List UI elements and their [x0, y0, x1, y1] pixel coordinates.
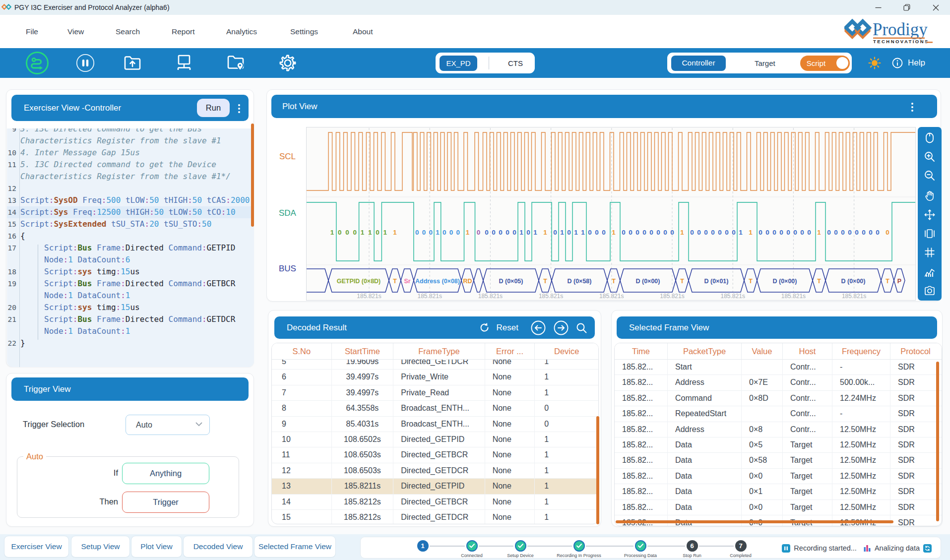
table-cell[interactable]: Start: [668, 360, 742, 374]
folder-upload-icon[interactable]: [124, 56, 141, 70]
table-cell[interactable]: 39.4997s: [332, 385, 394, 400]
search-icon[interactable]: [576, 322, 587, 333]
column-header[interactable]: PacketType: [668, 343, 742, 359]
trigger-selection-dropdown[interactable]: Auto: [126, 415, 210, 435]
table-row[interactable]: 185.82...Data0×5Target12.50MHzSDR: [615, 437, 942, 453]
table-cell[interactable]: None: [485, 510, 535, 524]
table-cell[interactable]: 0×8D: [742, 391, 783, 406]
table-cell[interactable]: 11: [272, 447, 332, 462]
move-icon[interactable]: [924, 209, 935, 220]
role-target-button[interactable]: Target: [755, 59, 775, 67]
table-row[interactable]: 13185.8211sDirected_GETPIDNone1: [272, 479, 598, 494]
bottom-tab-exerciser-view[interactable]: Exerciser View: [4, 536, 69, 558]
table-cell[interactable]: 1: [535, 495, 598, 509]
table-cell[interactable]: Target: [783, 500, 832, 515]
table-cell[interactable]: [742, 360, 783, 374]
column-header[interactable]: Error ...: [485, 343, 535, 359]
table-cell[interactable]: Data: [668, 500, 742, 515]
table-row[interactable]: 15185.8212sDirected_GETDCRNone1: [272, 510, 598, 524]
table-cell[interactable]: SDR: [890, 422, 941, 437]
table-cell[interactable]: 185.82...: [615, 406, 668, 421]
run-button[interactable]: Run: [197, 99, 230, 117]
code-line[interactable]: 13Script:SysOD Freq:500 tLOW:50 tHIGH:50…: [7, 194, 254, 206]
table-cell[interactable]: Directed_GETPID: [393, 479, 485, 494]
code-line[interactable]: Characteristics Register from the slave …: [7, 171, 254, 183]
column-header[interactable]: StartTime: [332, 343, 394, 359]
column-header[interactable]: Frequency: [832, 343, 890, 359]
if-condition-button[interactable]: Anything: [122, 463, 209, 484]
table-cell[interactable]: 0: [535, 401, 598, 416]
table-cell[interactable]: 108.6503s: [332, 447, 394, 462]
code-line[interactable]: 16{: [7, 230, 254, 242]
table-cell[interactable]: 12.24MHz: [832, 391, 890, 406]
exerciser-menu-dots-icon[interactable]: [238, 104, 240, 113]
code-line[interactable]: 93. I3C Directed command to get the Bus: [7, 128, 254, 135]
table-cell[interactable]: Target: [783, 437, 832, 452]
table-cell[interactable]: Broadcast_ENTH...: [393, 417, 485, 432]
table-cell[interactable]: 0×5: [742, 437, 783, 452]
table-cell[interactable]: Command: [668, 391, 742, 406]
code-line[interactable]: 15Script:SysExtended tSU_STA:20 tSU_STO:…: [7, 218, 254, 230]
table-cell[interactable]: 12.50MHz: [832, 437, 890, 452]
table-cell[interactable]: 185.82...: [615, 391, 668, 406]
code-line[interactable]: 19Script:Bus Frame:Directed Command:GETB…: [7, 278, 254, 290]
table-cell[interactable]: 0×0: [742, 500, 783, 515]
table-cell[interactable]: Address: [668, 422, 742, 437]
table-cell[interactable]: 1: [535, 385, 598, 400]
code-line[interactable]: Characteristics Register from the slave …: [7, 135, 254, 147]
code-line[interactable]: Node:1 DataCount:6: [7, 254, 254, 266]
plot-menu-dots-icon[interactable]: [911, 103, 913, 112]
table-cell[interactable]: 6: [272, 370, 332, 384]
table-cell[interactable]: None: [485, 385, 535, 400]
menu-item-file[interactable]: File: [26, 27, 38, 36]
table-cell[interactable]: 85.4031s: [332, 417, 394, 432]
code-line[interactable]: Node:1 DataCount:1: [7, 325, 254, 337]
table-cell[interactable]: Broadcast_ENTH...: [393, 401, 485, 416]
table-cell[interactable]: Directed_GETPID: [393, 432, 485, 447]
bottom-tab-plot-view[interactable]: Plot View: [131, 536, 182, 558]
table-cell[interactable]: 500.00k...: [832, 375, 890, 390]
table-cell[interactable]: 0×1: [742, 484, 783, 499]
table-cell[interactable]: 8: [272, 401, 332, 416]
table-row[interactable]: 185.82...StartContr...-SDR: [615, 360, 942, 375]
grid-icon[interactable]: [924, 247, 935, 258]
table-cell[interactable]: SDR: [890, 500, 941, 515]
pan-hand-icon[interactable]: [924, 190, 935, 201]
table-cell[interactable]: SDR: [890, 484, 941, 499]
column-header[interactable]: Device: [535, 343, 598, 359]
table-cell[interactable]: None: [485, 479, 535, 494]
theme-sun-icon[interactable]: [868, 57, 881, 69]
code-line[interactable]: 115. I3C Directed command to get the Dev…: [7, 159, 254, 171]
role-controller-button[interactable]: Controller: [671, 56, 726, 71]
table-cell[interactable]: SDR: [890, 375, 941, 390]
table-cell[interactable]: 1: [535, 479, 598, 494]
table-cell[interactable]: 185.8211s: [332, 479, 394, 494]
table-cell[interactable]: 185.82...: [615, 453, 668, 468]
table-row[interactable]: 185.82...Data0×0Target12.50MHzSDR: [615, 500, 942, 515]
menu-item-settings[interactable]: Settings: [290, 27, 318, 36]
camera-icon[interactable]: [924, 286, 935, 296]
mode-ex-pd-button[interactable]: EX_PD: [440, 56, 477, 71]
table-cell[interactable]: Data: [668, 469, 742, 484]
table-cell[interactable]: 185.82...: [615, 469, 668, 484]
table-cell[interactable]: 0×8: [742, 422, 783, 437]
table-cell[interactable]: None: [485, 463, 535, 478]
table-row[interactable]: 639.4997sPrivate_WriteNone1: [272, 370, 598, 385]
column-header[interactable]: Protocol: [890, 343, 941, 359]
table-cell[interactable]: Target: [783, 453, 832, 468]
table-cell[interactable]: Data: [668, 453, 742, 468]
column-header[interactable]: Value: [742, 343, 783, 359]
table-cell[interactable]: Directed_GETBCR: [393, 447, 485, 462]
table-cell[interactable]: Private_Write: [393, 370, 485, 384]
table-cell[interactable]: Contr...: [783, 422, 832, 437]
table-cell[interactable]: 185.82...: [615, 422, 668, 437]
table-cell[interactable]: Contr...: [783, 375, 832, 390]
table-cell[interactable]: SDR: [890, 406, 941, 421]
table-cell[interactable]: 12.50MHz: [832, 469, 890, 484]
code-line[interactable]: 12: [7, 183, 254, 194]
table-row[interactable]: 12108.6503sDirected_GETDCRNone1: [272, 463, 598, 479]
minimize-button[interactable]: [864, 0, 892, 15]
menu-item-search[interactable]: Search: [116, 27, 140, 36]
code-line[interactable]: 21Script:Bus Frame:Directed Command:GETD…: [7, 313, 254, 325]
code-line[interactable]: Node:1 DataCount:1: [7, 290, 254, 302]
